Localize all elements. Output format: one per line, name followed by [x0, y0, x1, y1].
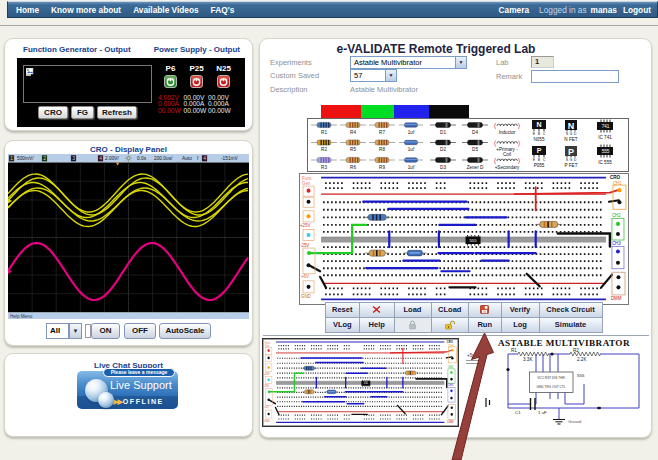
svg-text:R5: R5 [350, 147, 356, 152]
wire-color-green[interactable] [361, 105, 394, 118]
svg-text:R2: R2 [321, 147, 327, 152]
wire-color-black[interactable] [429, 105, 469, 118]
button-help[interactable]: Help [359, 317, 395, 333]
svg-text:R2: R2 [573, 348, 579, 353]
svg-text:555: 555 [577, 373, 585, 378]
nav-available-videos[interactable]: Available Videos [127, 5, 204, 15]
nav-camera[interactable]: Camera [493, 5, 535, 15]
fg-button[interactable]: FG [71, 106, 94, 119]
lock-closed-icon[interactable] [394, 317, 432, 333]
button-load[interactable]: Load [394, 302, 432, 318]
svg-text:1 uF: 1 uF [538, 410, 547, 415]
wire-color-red[interactable] [321, 105, 361, 118]
leave-message-pill: Please leave a message [103, 368, 175, 377]
autoscale-button[interactable]: AutoScale [159, 323, 211, 339]
channel-select[interactable]: All [46, 323, 69, 339]
button-run[interactable]: Run [468, 317, 502, 333]
svg-text:Func: Func [265, 340, 271, 344]
fg-black-area: CRO FG Refresh P6 P25 [17, 58, 245, 127]
svg-text:CH3: CH3 [612, 241, 621, 246]
main-lab-panel: e-VALIDATE Remote Triggered Lab Experime… [259, 38, 652, 438]
svg-text:Zener D: Zener D [467, 165, 484, 170]
nav-home[interactable]: Home [10, 5, 45, 15]
wire-color-blue[interactable] [394, 105, 429, 118]
power-icon-off[interactable] [190, 74, 203, 87]
svg-text:4: 4 [99, 155, 102, 161]
lab-input[interactable]: 1 [531, 56, 554, 68]
button-simulate[interactable]: Simulate [539, 317, 603, 333]
lock-open-icon[interactable] [431, 317, 470, 333]
svg-text:B: B [538, 158, 541, 162]
svg-text:R4: R4 [350, 130, 356, 135]
broken-image-icon [26, 68, 34, 76]
fg-title: Function Generator - Output [23, 45, 131, 54]
button-check-circuit[interactable]: Check Circuit [539, 302, 603, 318]
svg-text:D4: D4 [472, 130, 478, 135]
button-log[interactable]: Log [501, 317, 540, 333]
offline-text: OFFLINE [123, 398, 164, 405]
chevrons-icon: ▶▶ [113, 398, 123, 405]
svg-text:CH2: CH2 [612, 213, 621, 218]
svg-text:D5: D5 [472, 147, 478, 152]
svg-text:3: 3 [72, 155, 75, 161]
button-verify[interactable]: Verify [501, 302, 540, 318]
fg-display-screen [23, 65, 152, 103]
svg-text:D2: D2 [440, 147, 446, 152]
svg-text:500mV/: 500mV/ [17, 156, 34, 161]
button-reset[interactable]: Reset [325, 302, 361, 318]
component-tray[interactable]: R1R2R3R4R5R6R7R8R91uf1uf1ufD1D2D3D4D5Zen… [307, 118, 629, 172]
svg-text:R1: R1 [321, 130, 327, 135]
custom-saved-select[interactable]: 57▼ [350, 69, 397, 82]
svg-text:C: C [543, 158, 546, 162]
svg-text:3.3K: 3.3K [523, 357, 533, 362]
svg-text:DMM: DMM [447, 420, 454, 424]
description-label: Description [270, 85, 308, 94]
svg-text:P: P [537, 147, 542, 154]
svg-text:R9: R9 [379, 165, 385, 170]
svg-text:R8: R8 [379, 147, 385, 152]
channel-select-arrow[interactable]: ▼ [69, 323, 82, 339]
experiments-select[interactable]: Astable Multivibrator▼ [350, 56, 467, 69]
svg-text:D1: D1 [440, 130, 446, 135]
supply-P25-w: 00.00W [184, 108, 207, 115]
svg-text:IC 741: IC 741 [598, 135, 612, 140]
page-title: e-VALIDATE Remote Triggered Lab [260, 42, 612, 56]
nav-know-more[interactable]: Know more about [45, 5, 127, 15]
top-navbar: Home Know more about Available Videos FA… [7, 1, 658, 18]
description-value: Astable Multivibrator [350, 85, 418, 94]
power-icon-off[interactable] [217, 74, 230, 87]
cro-button[interactable]: CRO [38, 106, 68, 119]
button-vlog[interactable]: VLog [325, 317, 361, 333]
svg-text:D: D [574, 158, 577, 162]
svg-text:+25V: +25V [300, 223, 310, 228]
nav-faqs[interactable]: FAQ's [205, 5, 241, 15]
svg-text:Gen: Gen [302, 181, 311, 186]
floppy-icon[interactable] [468, 302, 502, 318]
svg-text:CRO: CRO [610, 175, 621, 180]
svg-text:GND: GND [301, 294, 311, 299]
circuit-schematic: R13.3KR22.2KVCC RST DIS THRGND TRG OUT C… [455, 346, 650, 431]
svg-text:Gen: Gen [265, 344, 270, 348]
svg-text:1uf: 1uf [408, 147, 415, 152]
svg-text:R1: R1 [511, 348, 517, 353]
remark-input[interactable] [531, 70, 619, 83]
svg-text:2: 2 [43, 155, 46, 161]
off-button[interactable]: OFF [124, 323, 156, 339]
button-cload[interactable]: CLoad [431, 302, 470, 318]
svg-text:+5v: +5v [467, 353, 475, 358]
on-button[interactable]: ON [91, 323, 120, 339]
supply-name: P6 [159, 64, 183, 73]
svg-text:Inductor: Inductor [499, 130, 516, 135]
power-icon-on[interactable] [164, 74, 177, 87]
live-support-badge[interactable]: Please leave a message Live Support ▶▶ O… [77, 371, 178, 409]
function-generator-panel: Function Generator - Output Power Supply… [4, 38, 253, 131]
header-divider [0, 25, 658, 26]
live-support-text: Live Support [110, 379, 172, 391]
svg-text:N: N [536, 121, 541, 128]
nav-logout[interactable]: Logout [617, 5, 657, 15]
svg-text:-25V: -25V [264, 384, 270, 388]
breadboard[interactable]: 555FuncGen+25V-25V+6VGNDCROCH1CH2CH3DMM [299, 173, 629, 305]
x-icon[interactable] [359, 302, 395, 318]
refresh-button[interactable]: Refresh [97, 106, 137, 119]
oscilloscope-screen: 1500mV/2342.00V/0.0s200.0us/Autof4-151mV… [8, 154, 249, 319]
